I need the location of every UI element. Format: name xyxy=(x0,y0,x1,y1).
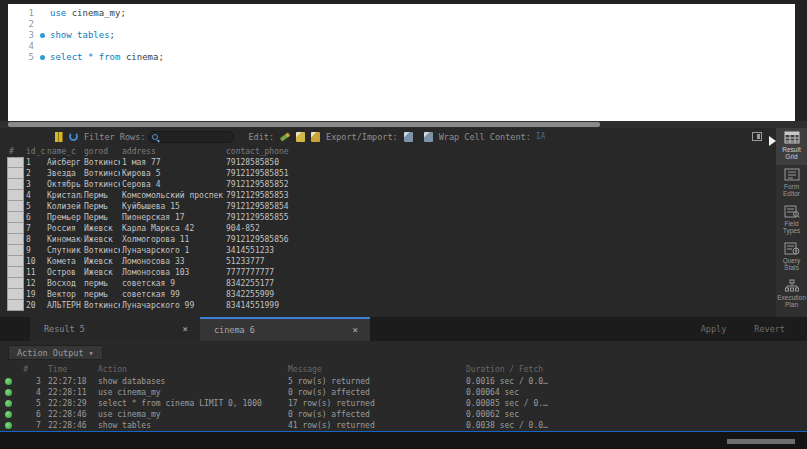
grid-cell[interactable]: 51233777 xyxy=(224,256,334,267)
grid-cell[interactable]: 2 xyxy=(24,168,45,179)
grid-cell[interactable]: 7912129585852 xyxy=(224,179,334,190)
row-selector[interactable] xyxy=(7,245,24,256)
grid-cell[interactable]: 7912129585855 xyxy=(224,212,334,223)
table-row[interactable]: 20АЛЬТЕРН..ВоткинскЛуначарского 99834145… xyxy=(0,300,776,311)
row-selector[interactable] xyxy=(7,289,24,300)
grid-cell[interactable]: Воткинск xyxy=(82,157,120,168)
col-header-name[interactable]: name_c xyxy=(45,147,82,156)
grid-cell[interactable]: 3 xyxy=(24,179,45,190)
export-icon[interactable] xyxy=(404,132,413,142)
edit-record-icon[interactable] xyxy=(280,132,290,141)
row-selector[interactable] xyxy=(7,223,24,234)
grid-cell[interactable]: 79128585850 xyxy=(224,157,334,168)
row-selector[interactable] xyxy=(7,179,24,190)
row-selector[interactable] xyxy=(7,256,24,267)
grid-cell[interactable]: Карла Маркса 42 xyxy=(120,223,224,234)
table-row[interactable]: 8КиномаксИжевскХолмогорова 1179121295858… xyxy=(0,234,776,245)
row-selector[interactable] xyxy=(7,212,24,223)
grid-cell[interactable]: 10 xyxy=(24,256,45,267)
grid-cell[interactable]: Воткинск xyxy=(82,300,120,311)
grid-cell[interactable]: Воткинск xyxy=(82,179,120,190)
grid-cell[interactable]: Луначарского 1 xyxy=(120,245,224,256)
table-row[interactable]: 10КометаИжевскЛомоносова 3351233777 xyxy=(0,256,776,267)
grid-cell[interactable]: пермь xyxy=(82,278,120,289)
grid-cell[interactable]: 7912129585856 xyxy=(224,234,334,245)
panel-layout-icon[interactable] xyxy=(752,132,762,141)
row-selector[interactable] xyxy=(7,157,24,168)
close-icon[interactable]: × xyxy=(353,325,358,335)
sidebar-item-query-stats[interactable]: Query Stats xyxy=(776,239,807,276)
tab-result-5[interactable]: Result 5 × xyxy=(30,317,200,341)
grid-cell[interactable]: 7777777777 xyxy=(224,267,334,278)
filter-rows-input[interactable] xyxy=(148,131,234,143)
grid-cell[interactable]: Воткинск xyxy=(82,245,120,256)
col-header-phone[interactable]: contact_phone xyxy=(224,147,334,156)
close-icon[interactable]: × xyxy=(183,324,188,334)
grid-cell[interactable]: Восход xyxy=(45,278,82,289)
col-header-id[interactable]: id_c xyxy=(24,147,45,156)
table-row[interactable]: 12Восходпермьсоветская 98342255177 xyxy=(0,278,776,289)
table-row[interactable]: 2ЗвездаВоткинскКирова 57912129585851 xyxy=(0,168,776,179)
output-row[interactable]: 422:28:11use cinema_my0 row(s) affected0… xyxy=(0,387,807,398)
table-row[interactable]: 11ОстровИжевскЛомоносова 1037777777777 xyxy=(0,267,776,278)
row-selector[interactable] xyxy=(7,278,24,289)
grid-cell[interactable]: Звезда xyxy=(45,168,82,179)
row-selector[interactable] xyxy=(7,168,24,179)
row-selector[interactable] xyxy=(7,201,24,212)
grid-cell[interactable]: Комсомольский проспект 53 xyxy=(120,190,224,201)
grid-cell[interactable]: 7 xyxy=(24,223,45,234)
action-output-dropdown[interactable]: Action Output ▾ xyxy=(8,345,103,360)
grid-cell[interactable]: 8342255999 xyxy=(224,289,334,300)
grid-cell[interactable]: 19 xyxy=(24,289,45,300)
col-header-address[interactable]: address xyxy=(120,147,224,156)
editor-hscrollbar-thumb[interactable] xyxy=(8,122,600,127)
grid-cell[interactable]: 12 xyxy=(24,278,45,289)
apply-button[interactable]: Apply xyxy=(701,324,727,334)
grid-cell[interactable]: Ломоносова 103 xyxy=(120,267,224,278)
grid-cell[interactable]: Россия xyxy=(45,223,82,234)
editor-line[interactable]: 4 xyxy=(8,41,795,52)
grid-cell[interactable]: Пермь xyxy=(82,212,120,223)
grid-cell[interactable]: Комета xyxy=(45,256,82,267)
sidebar-item-execution-plan[interactable]: Execution Plan xyxy=(776,276,807,313)
row-selector[interactable] xyxy=(7,190,24,201)
grid-cell[interactable]: пермь xyxy=(82,289,120,300)
grid-cell[interactable]: 20 xyxy=(24,300,45,311)
grid-cell[interactable]: Вектор xyxy=(45,289,82,300)
grid-cell[interactable]: советская 99 xyxy=(120,289,224,300)
sidebar-item-result-grid[interactable]: Result Grid xyxy=(776,128,807,165)
wrap-cell-toggle[interactable]: IA xyxy=(536,132,546,141)
editor-line[interactable]: 3show tables; xyxy=(8,30,795,41)
grid-cell[interactable]: Серова 4 xyxy=(120,179,224,190)
grid-cell[interactable]: Ломоносова 33 xyxy=(120,256,224,267)
table-row[interactable]: 1АйсбергВоткинск1 мая 7779128585850 xyxy=(0,157,776,168)
grid-cell[interactable]: 9 xyxy=(24,245,45,256)
tab-cinema-6[interactable]: cinema 6 × xyxy=(200,317,370,341)
grid-cell[interactable]: 11 xyxy=(24,267,45,278)
row-selector[interactable] xyxy=(7,234,24,245)
delete-row-icon[interactable] xyxy=(311,132,320,142)
grid-cell[interactable]: Ижевск xyxy=(82,223,120,234)
grid-cell[interactable]: 8342255177 xyxy=(224,278,334,289)
editor-line[interactable]: 2 xyxy=(8,19,795,30)
table-row[interactable]: 5КолизейПермьКуйбышева 157912129585854 xyxy=(0,201,776,212)
grid-options-icon[interactable] xyxy=(55,132,63,142)
row-selector[interactable] xyxy=(7,300,24,311)
grid-cell[interactable]: Куйбышева 15 xyxy=(120,201,224,212)
grid-cell[interactable]: 3414551233 xyxy=(224,245,334,256)
import-icon[interactable] xyxy=(424,132,433,142)
table-row[interactable]: 3ОктябрьВоткинскСерова 47912129585852 xyxy=(0,179,776,190)
col-header-rownum[interactable]: # xyxy=(7,147,24,156)
grid-cell[interactable]: Киномакс xyxy=(45,234,82,245)
grid-cell[interactable]: 904-852 xyxy=(224,223,334,234)
table-row[interactable]: 9СпутникВоткинскЛуначарского 13414551233 xyxy=(0,245,776,256)
grid-cell[interactable]: Ижевск xyxy=(82,267,120,278)
grid-cell[interactable]: советская 9 xyxy=(120,278,224,289)
grid-cell[interactable]: 1 xyxy=(24,157,45,168)
revert-button[interactable]: Revert xyxy=(754,324,785,334)
sql-editor[interactable]: 1use cinema_my;23show tables;45select * … xyxy=(8,4,795,121)
grid-cell[interactable]: Пермь xyxy=(82,190,120,201)
sidebar-item-field-types[interactable]: Field Types xyxy=(776,202,807,239)
grid-cell[interactable]: 1 мая 77 xyxy=(120,157,224,168)
output-row[interactable]: 622:28:46use cinema_my0 row(s) affected0… xyxy=(0,409,807,420)
